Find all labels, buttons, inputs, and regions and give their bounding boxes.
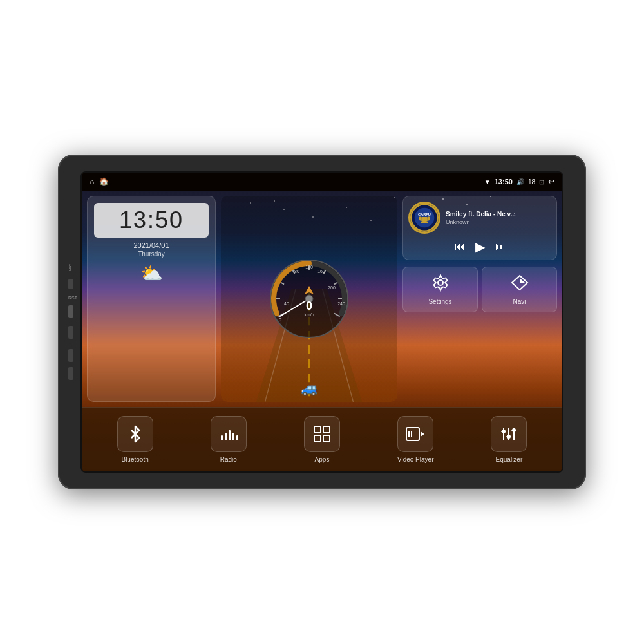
main-content: 13:50 2021/04/01 Thursday ⛅	[82, 191, 562, 471]
navi-icon	[511, 274, 529, 296]
status-right: ▼ 13:50 🔊 18 ⊡ ↩	[484, 177, 554, 186]
bluetooth-icon-wrapper	[117, 416, 153, 452]
clock-colon: :	[147, 207, 155, 233]
hw-button-power[interactable]	[68, 305, 73, 318]
svg-text:120: 120	[305, 265, 313, 269]
clock-date: 2021/04/01	[94, 242, 209, 249]
svg-rect-38	[314, 426, 321, 433]
radio-label: Radio	[220, 456, 237, 463]
music-logo: CARFU	[408, 202, 440, 234]
equalizer-icon	[498, 425, 519, 443]
svg-text:km/h: km/h	[304, 312, 314, 317]
menu-item-radio[interactable]: Radio	[182, 416, 275, 463]
volume-icon: 🔊	[516, 178, 524, 185]
clock-panel: 13:50 2021/04/01 Thursday ⛅	[87, 196, 216, 402]
svg-rect-40	[314, 435, 321, 442]
svg-rect-36	[232, 433, 234, 440]
settings-navi-row: Settings Navi	[402, 267, 557, 312]
svg-text:240: 240	[337, 301, 345, 306]
music-artist: Unknown	[446, 219, 551, 225]
menu-item-apps[interactable]: Apps	[275, 416, 368, 463]
music-title: Smiley ft. Delia - Ne v...	[446, 211, 551, 218]
navi-button[interactable]: Navi	[482, 267, 557, 312]
svg-rect-41	[323, 435, 330, 442]
back-icon[interactable]: ↩	[548, 177, 554, 186]
music-controls: ⏮ ▶ ⏭	[408, 239, 551, 254]
status-time: 13:50	[495, 178, 513, 185]
svg-text:0: 0	[279, 317, 281, 322]
video-label: Video Player	[397, 456, 434, 463]
svg-rect-29	[422, 221, 426, 222]
apps-label: Apps	[315, 456, 330, 463]
svg-rect-33	[221, 435, 223, 440]
bottom-menu: Bluetooth Radio	[82, 407, 562, 471]
svg-point-31	[438, 280, 443, 285]
equalizer-label: Equalizer	[496, 456, 523, 463]
svg-text:200: 200	[328, 285, 336, 290]
menu-item-equalizer[interactable]: Equalizer	[462, 416, 556, 463]
svg-text:160: 160	[317, 269, 325, 274]
next-track-button[interactable]: ⏭	[495, 241, 506, 252]
wifi-signal-icon: ▼	[484, 178, 491, 185]
window-icon: ⊡	[539, 178, 544, 185]
status-bar: ⌂ 🏠 ▼ 13:50 🔊 18 ⊡ ↩	[82, 173, 562, 191]
bluetooth-label: Bluetooth	[121, 456, 148, 463]
prev-track-button[interactable]: ⏮	[455, 241, 465, 252]
hw-button-home[interactable]	[68, 279, 73, 289]
hw-button-nav[interactable]	[68, 326, 73, 339]
clock-minutes: 50	[155, 207, 184, 233]
svg-rect-28	[421, 217, 428, 222]
svg-text:0: 0	[306, 299, 312, 312]
apps-icon-wrapper	[304, 416, 340, 452]
main-screen: ⌂ 🏠 ▼ 13:50 🔊 18 ⊡ ↩ 13:50	[80, 171, 564, 473]
clock-display: 13:50	[94, 203, 209, 238]
menu-item-video[interactable]: Video Player	[369, 416, 462, 463]
settings-button[interactable]: Settings	[402, 267, 478, 312]
clock-time: 13:50	[100, 207, 202, 234]
music-panel: CARFU Smiley ft. Delia	[402, 196, 557, 260]
home-icon[interactable]: ⌂	[90, 177, 94, 186]
svg-rect-35	[229, 430, 231, 440]
car-icon: 🚙	[301, 380, 318, 397]
video-icon-wrapper	[397, 416, 433, 452]
android-home-icon[interactable]: 🏠	[99, 177, 109, 186]
svg-rect-39	[323, 426, 330, 433]
settings-label: Settings	[428, 298, 451, 305]
bluetooth-icon	[126, 425, 144, 443]
svg-text:40: 40	[284, 301, 289, 306]
speedometer-container: 0 40 80 120 160 200 240 0 km	[221, 196, 397, 402]
right-column: CARFU Smiley ft. Delia	[402, 196, 557, 402]
weather-icon: ⛅	[94, 263, 209, 284]
equalizer-icon-wrapper	[491, 416, 527, 452]
menu-item-bluetooth[interactable]: Bluetooth	[88, 416, 182, 463]
video-icon	[405, 425, 426, 443]
settings-icon	[431, 274, 450, 296]
clock-day: Thursday	[94, 251, 209, 258]
play-button[interactable]: ▶	[475, 239, 485, 254]
svg-text:80: 80	[294, 269, 299, 274]
music-info: Smiley ft. Delia - Ne v... Unknown	[446, 211, 551, 225]
clock-hours: 13	[119, 207, 147, 233]
speed-panel: 🚙	[221, 196, 397, 402]
hardware-side-buttons: MIC RST	[68, 264, 77, 380]
svg-text:CARFU: CARFU	[418, 213, 431, 216]
svg-rect-34	[225, 433, 227, 440]
svg-rect-30	[421, 222, 428, 223]
hw-button-vol-up[interactable]	[68, 349, 73, 362]
speedometer-svg: 0 40 80 120 160 200 240 0 km	[267, 257, 351, 341]
svg-marker-43	[421, 431, 424, 437]
apps-icon	[313, 425, 331, 443]
music-top: CARFU Smiley ft. Delia	[408, 202, 551, 234]
navi-label: Navi	[513, 298, 526, 305]
mic-label: MIC	[68, 264, 77, 271]
rst-label: RST	[68, 296, 77, 300]
status-left: ⌂ 🏠	[90, 177, 109, 186]
car-headunit-device: MIC RST ⌂ 🏠	[58, 155, 586, 489]
volume-level: 18	[528, 178, 535, 185]
hw-button-vol-down[interactable]	[68, 367, 73, 380]
radio-icon-wrapper	[211, 416, 247, 452]
svg-rect-37	[236, 435, 238, 440]
radio-icon	[218, 425, 239, 443]
